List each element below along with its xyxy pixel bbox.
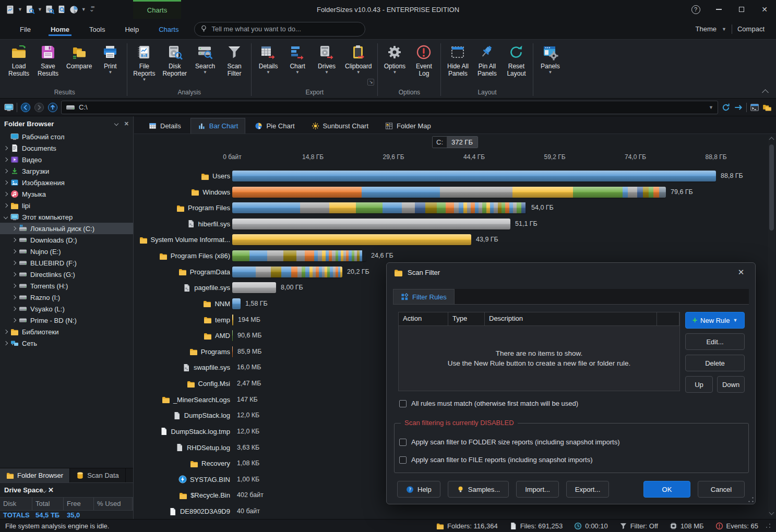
tree-item-этот-компьютер[interactable]: Этот компьютер xyxy=(0,211,133,223)
file-reports-checkbox-row[interactable]: Apply scan filter to FILE reports (inclu… xyxy=(399,456,593,464)
qat-report-button[interactable] xyxy=(5,5,15,15)
console-icon[interactable] xyxy=(750,103,759,112)
path-input[interactable]: C:\ ▼ xyxy=(61,101,718,114)
bar-pagefile-sys[interactable] xyxy=(232,282,276,293)
up-button[interactable]: Up xyxy=(685,376,713,393)
vertical-scrollbar[interactable] xyxy=(768,135,775,517)
tree-expand-icon[interactable] xyxy=(12,295,16,299)
dialog-resize-grip-icon[interactable] xyxy=(748,497,754,502)
panel-tab-scan-data[interactable]: Scan Data xyxy=(70,468,126,482)
tree-expand-icon[interactable] xyxy=(4,215,8,219)
tree-expand-icon[interactable] xyxy=(12,272,16,276)
help-button[interactable]: ? Help xyxy=(397,481,440,498)
folders-icon[interactable] xyxy=(762,103,772,112)
contextual-tab-charts[interactable]: Charts xyxy=(133,0,181,19)
chart-row-label[interactable]: hiberfil.sys xyxy=(134,219,230,229)
checkbox-icon[interactable] xyxy=(399,400,407,407)
chart-row-label[interactable]: Config.Msi xyxy=(134,378,230,389)
new-rule-button[interactable]: + New Rule ▼ xyxy=(685,312,745,329)
ok-button[interactable]: OK xyxy=(643,481,690,498)
tree-item-сеть[interactable]: Сеть xyxy=(0,337,133,349)
tree-expand-icon[interactable] xyxy=(12,307,16,311)
chart-row-label[interactable]: Users xyxy=(134,171,230,182)
tree-expand-icon[interactable] xyxy=(12,226,16,231)
tree-item-рабочий-стол[interactable]: Рабочий стол xyxy=(0,131,133,142)
forward-button[interactable] xyxy=(34,102,44,113)
tab-pie-chart[interactable]: Pie Chart xyxy=(247,118,302,134)
menu-home[interactable]: Home xyxy=(42,21,78,37)
tree-expand-icon[interactable] xyxy=(12,249,16,253)
file-reports-button[interactable]: FileReports▼ xyxy=(129,41,159,83)
tree-item-vsyako-l-[interactable]: Vsyako (L:) xyxy=(0,303,133,315)
rules-col-header[interactable]: Description xyxy=(485,312,657,325)
tree-expand-icon[interactable] xyxy=(12,261,16,265)
collapse-ribbon-icon[interactable] xyxy=(762,89,769,96)
minimize-button[interactable] xyxy=(707,0,730,19)
tree-item-изображения[interactable]: Изображения xyxy=(0,177,133,188)
clipboard-export-button[interactable]: Clipboard▼ xyxy=(341,41,375,76)
checkbox-icon[interactable] xyxy=(399,456,407,464)
tab-filter-rules[interactable]: Filter Rules xyxy=(393,289,455,304)
chart-row-label[interactable]: DumpStack.log.tmp xyxy=(134,426,230,437)
tab-bar-chart[interactable]: Bar Chart xyxy=(190,118,246,134)
go-arrow-button[interactable] xyxy=(734,103,743,112)
drive-space-col-header[interactable]: % Used xyxy=(94,498,133,510)
qat-doc-zoom-button[interactable] xyxy=(57,5,67,15)
dialog-launcher-icon[interactable]: ↘ xyxy=(367,79,374,86)
customize-qat-icon[interactable]: ⌄̿ xyxy=(89,6,95,13)
bar-programdata[interactable] xyxy=(232,267,342,277)
tree-item-documents[interactable]: Documents xyxy=(0,142,133,154)
close-panel-icon[interactable]: ✕ xyxy=(48,486,54,494)
tree-expand-icon[interactable] xyxy=(4,158,8,162)
qat-disk-search-button[interactable] xyxy=(45,5,55,15)
tree-expand-icon[interactable] xyxy=(4,203,8,208)
chart-row-label[interactable]: pagefile.sys xyxy=(134,282,230,293)
chart-row-label[interactable]: Program Files (x86) xyxy=(134,250,230,261)
disk-reporter-button[interactable]: DiskReporter xyxy=(159,41,190,83)
save-results-button[interactable]: SaveResults xyxy=(33,41,63,83)
chart-row-label[interactable]: System Volume Informat... xyxy=(134,234,230,245)
tellme-input[interactable] xyxy=(211,25,360,33)
chevron-down-icon[interactable] xyxy=(114,122,118,126)
chart-row-label[interactable]: ProgramData xyxy=(134,267,230,277)
tree-item-downloads-d-[interactable]: Downloads (D:) xyxy=(0,234,133,246)
down-button[interactable]: Down xyxy=(717,376,745,393)
bar-program-files[interactable] xyxy=(232,202,527,213)
tree-item-видео[interactable]: Видео xyxy=(0,154,133,165)
tree-expand-icon[interactable] xyxy=(12,238,16,242)
panel-tab-folder-browser[interactable]: Folder Browser xyxy=(0,468,70,482)
folder-reports-checkbox-row[interactable]: Apply scan filter to FOLDER size reports… xyxy=(399,438,620,446)
bar-programs[interactable] xyxy=(232,346,233,357)
tree-expand-icon[interactable] xyxy=(4,146,8,150)
tree-expand-icon[interactable] xyxy=(12,284,16,288)
load-results-button[interactable]: LoadResults xyxy=(4,41,33,83)
chart-row-label[interactable]: Programs xyxy=(134,346,230,357)
up-button[interactable] xyxy=(47,102,58,113)
chart-export-button[interactable]: Chart▼ xyxy=(283,41,312,76)
chart-row-label[interactable]: Program Files xyxy=(134,202,230,213)
chart-row-label[interactable]: DumpStack.log xyxy=(134,410,230,421)
scrollbar-thumb[interactable] xyxy=(769,144,774,231)
export-button[interactable]: Export... xyxy=(566,481,609,498)
match-checkbox-row[interactable]: All rules must match (otherwise first ma… xyxy=(399,400,578,407)
tree-item-музыка[interactable]: Музыка xyxy=(0,188,133,200)
drives-export-button[interactable]: Drives▼ xyxy=(312,41,341,76)
chart-row-label[interactable]: temp xyxy=(134,315,230,325)
scan-filter-button[interactable]: ScanFilter xyxy=(220,41,249,83)
reset-layout-button[interactable]: ResetLayout xyxy=(502,41,531,83)
tab-folder-map[interactable]: Folder Map xyxy=(378,118,438,134)
event-log-button[interactable]: EventLog xyxy=(409,41,438,83)
bar-windows[interactable] xyxy=(232,187,666,198)
tree-expand-icon[interactable] xyxy=(12,318,16,322)
tree-expand-icon[interactable] xyxy=(4,192,8,196)
chevron-down-icon[interactable]: ▼ xyxy=(709,105,713,110)
bar-amd[interactable] xyxy=(232,330,233,341)
options-button[interactable]: Options▼ xyxy=(380,41,409,76)
bar-program-files-x86-[interactable] xyxy=(232,250,366,261)
hide-panels-button[interactable]: Hide AllPanels xyxy=(443,41,472,83)
maximize-button[interactable] xyxy=(730,0,753,19)
tree-expand-icon[interactable] xyxy=(4,330,8,334)
tree-item-razno-i-[interactable]: Razno (I:) xyxy=(0,292,133,303)
samples-button[interactable]: Samples... xyxy=(448,481,509,498)
cancel-button[interactable]: Cancel xyxy=(698,481,745,498)
